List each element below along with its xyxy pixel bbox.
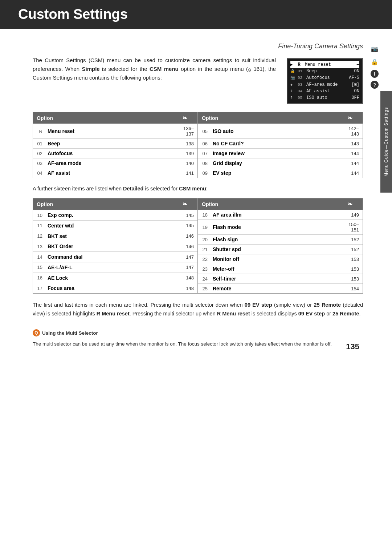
table-row: 23 Meter-off 153 [198,264,363,274]
note-section: Q Using the Multi Selector The multi sel… [33,329,363,348]
af-area-icon: ◈ [290,82,297,87]
lock-right-icon: 🔒 [369,57,380,67]
table-row: 18 AF area illm 149 [198,210,363,220]
table-row: 17 Focus area 148 [33,283,197,293]
page-number: 135 [346,342,359,351]
table-row: 12 BKT set 146 [33,231,197,241]
simple-left-header-icon: ❧ [172,112,197,124]
table-row: 15 AE-L/AF-L 147 [33,262,197,273]
lock-icon: 🔒 [290,69,297,73]
camera-right-icon: 📷 [369,44,380,54]
question-right-icon: ? [371,81,379,89]
camera-screen-row: ▶ R Menu reset — [290,61,359,68]
note-icon: Q [33,329,40,337]
table-row: 08 Grid display 144 [198,158,363,168]
camera-screen-row: Ÿ 04 AF assist ON [290,88,359,94]
note-body: The multi selector can be used at any ti… [33,340,363,348]
info-right-icon: i [371,70,379,78]
table-row: 22 Monitor off 153 [198,254,363,264]
subtitle: Fine-Tuning Camera Settings [33,40,363,56]
simple-right-table: Option ❧ 05 ISO auto 142–143 06 No CF Ca… [198,112,363,178]
table-row: 03 AF-area mode 140 [33,158,197,168]
table-row: 14 Command dial 147 [33,252,197,262]
table-row: 13 BKT Order 146 [33,241,197,252]
table-row: 04 AF assist 141 [33,168,197,178]
simple-right-header-icon: ❧ [337,112,363,124]
table-row: 02 Autofocus 139 [33,149,197,158]
header-bar: Custom Settings [0,0,392,29]
note-title: Q Using the Multi Selector [33,329,363,338]
table-row: 10 Exp comp. 145 [33,210,197,221]
table-row: 21 Shutter spd 152 [198,245,363,254]
table-row: 24 Self-timer 153 [198,274,363,284]
simple-menu-table: Option ❧ R Menu reset 136–137 01 Beep 13… [33,112,363,178]
table-row: 25 Remote 154 [198,284,363,294]
table-row: 06 No CF Card? 143 [198,139,363,149]
table-row: 05 ISO auto 142–143 [198,124,363,139]
side-tab: Menu Guide—Custom Settings [380,91,392,193]
intro-text: The Custom Settings (CSM) menu can be us… [33,56,276,82]
camera-screen-row: ◈ 03 AF-area mode [▣] [290,81,359,88]
af-assist-icon: Ÿ [290,89,297,93]
table-row: 19 Flash mode 150–151 [198,220,363,235]
camera-screen-row: ? 05 ISO auto OFF [290,94,359,101]
detailed-menu-table: Option ❧ 10 Exp comp. 145 11 Center wtd … [33,198,363,294]
detailed-left-table: Option ❧ 10 Exp comp. 145 11 Center wtd … [33,198,197,293]
r-icon: R [298,62,304,67]
table-row: 09 EV step 144 [198,168,363,178]
bottom-text: The first and last items in each menu ar… [33,301,363,318]
table-row: R Menu reset 136–137 [33,124,197,139]
table-row: 16 AE Lock 148 [33,273,197,283]
detailed-right-table: Option ❧ 18 AF area illm 149 19 Flash mo… [198,198,363,293]
right-icons-strip: 📷 🔒 i ? [369,44,380,89]
table-row: 11 Center wtd 145 [33,220,197,231]
simple-right-header-option: Option [198,112,337,124]
simple-left-table: Option ❧ R Menu reset 136–137 01 Beep 13… [33,112,197,178]
camera-screen-row: 📷 02 Autofocus AF-S [290,74,359,81]
iso-icon: ? [290,96,297,100]
detailed-right-header-icon: ❧ [337,198,363,210]
page-title: Custom Settings [18,7,128,22]
camera-icon: 📷 [290,76,297,80]
detailed-left-header-option: Option [33,198,172,210]
simple-left-header-option: Option [33,112,172,124]
camera-screen-row: 🔒 01 Beep ON [290,68,359,74]
table-row: 20 Flash sign 152 [198,235,363,245]
detailed-right-header-option: Option [198,198,337,210]
detailed-left-header-icon: ❧ [172,198,197,210]
table-row: 01 Beep 138 [33,139,197,149]
arrow-icon: ▶ [290,62,297,67]
table-row: 07 Image review 144 [198,149,363,158]
camera-screen: ▶ R Menu reset — 🔒 01 Beep ON 📷 02 Autof… [287,58,363,104]
between-text: A further sixteen items are listed when … [33,185,363,193]
side-tab-label: Menu Guide—Custom Settings [384,107,389,176]
note-title-text: Using the Multi Selector [42,330,98,336]
